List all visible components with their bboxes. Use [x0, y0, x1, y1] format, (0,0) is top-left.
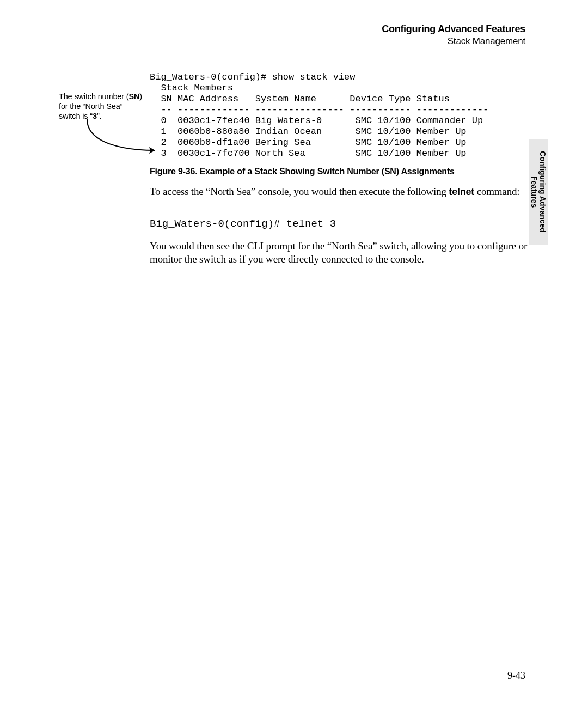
cli-title: Stack Members [150, 83, 233, 93]
cli-cmd: Big_Waters-0(config)# show stack view [150, 72, 355, 82]
para1-a: To access the “North Sea” console, you w… [150, 186, 449, 197]
page-number: 9-43 [507, 670, 525, 681]
command-line: Big_Waters-0(config)# telnet 3 [150, 218, 336, 230]
side-tab: Configuring Advanced Features [529, 139, 548, 245]
header-title: Configuring Advanced Features [382, 23, 525, 35]
cli-row-0: 0 0030c1-7fec40 Big_Waters-0 SMC 10/100 … [150, 115, 483, 126]
figure-caption: Figure 9-36. Example of a Stack Showing … [150, 167, 455, 176]
paragraph-1: To access the “North Sea” console, you w… [150, 185, 531, 198]
cli-row-3: 3 0030c1-7fc700 North Sea SMC 10/100 Mem… [150, 148, 467, 159]
cli-row-2: 2 0060b0-df1a00 Bering Sea SMC 10/100 Me… [150, 137, 467, 148]
callout-text-1: The switch number ( [59, 92, 129, 101]
cli-row-1: 1 0060b0-880a80 Indian Ocean SMC 10/100 … [150, 126, 467, 137]
col-name: System Name [255, 94, 316, 104]
col-status: Status [416, 94, 450, 104]
paragraph-2: You would then see the CLI prompt for th… [150, 240, 531, 266]
cli-header-row: SN MAC Address System Name Device Type S… [150, 94, 450, 104]
telnet-bold: telnet [449, 186, 474, 197]
callout-sn-bold: SN [129, 92, 140, 101]
side-tab-text: Configuring Advanced Features [530, 151, 547, 233]
cli-output: Big_Waters-0(config)# show stack view St… [150, 72, 488, 159]
side-tab-line2: Features [530, 176, 538, 208]
col-type: Device Type [350, 94, 411, 104]
para1-b: command: [474, 186, 519, 197]
col-mac: MAC Address [177, 94, 238, 104]
side-tab-line1: Configuring Advanced [538, 151, 547, 233]
col-sn: SN [161, 94, 171, 104]
footer-rule [63, 662, 525, 662]
running-header: Configuring Advanced Features Stack Mana… [382, 23, 525, 47]
header-subtitle: Stack Management [382, 35, 525, 47]
cli-dash-row: -- ------------- ---------------- ------… [150, 105, 488, 115]
page: Configuring Advanced Features Stack Mana… [0, 0, 588, 706]
